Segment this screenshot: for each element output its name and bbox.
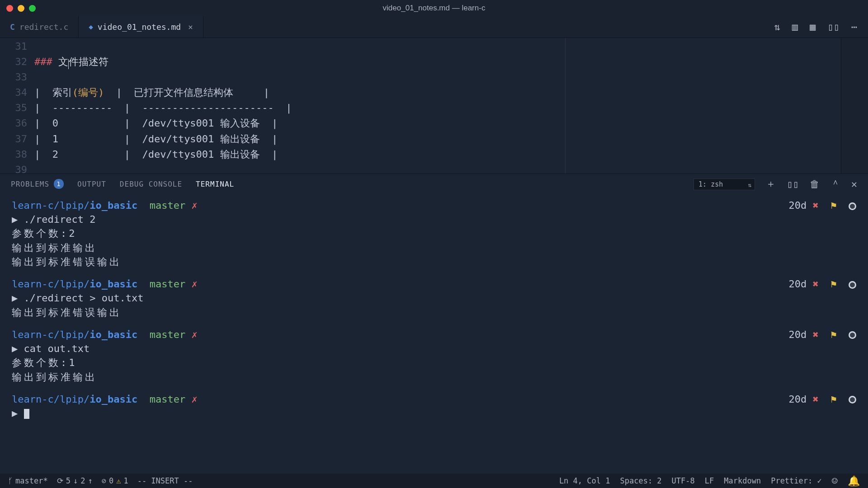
kill-terminal-icon[interactable]: 🗑 bbox=[810, 178, 820, 190]
tab-label: video_01_notes.md bbox=[98, 22, 181, 32]
more-actions-icon[interactable]: ⋯ bbox=[851, 21, 857, 33]
sync-status[interactable]: ⟳ 5↓ 2↑ bbox=[57, 476, 93, 485]
markdown-file-icon: ◆ bbox=[89, 23, 93, 31]
tab-video-01-notes[interactable]: ◆ video_01_notes.md × bbox=[79, 16, 203, 38]
open-preview-icon[interactable]: ▦ bbox=[810, 21, 816, 33]
eol[interactable]: LF bbox=[705, 476, 714, 485]
tab-terminal[interactable]: TERMINAL bbox=[196, 180, 234, 188]
line-gutter: 313233343536373839 bbox=[0, 38, 34, 174]
tab-redirect-c[interactable]: C redirect.c bbox=[0, 16, 79, 38]
editor-tab-bar: C redirect.c ◆ video_01_notes.md × ⇅ ▥ ▦… bbox=[0, 16, 868, 38]
c-file-icon: C bbox=[10, 22, 15, 32]
ruler bbox=[565, 38, 566, 174]
minimap[interactable] bbox=[841, 38, 868, 174]
editor-actions: ⇅ ▥ ▦ ▯▯ ⋯ bbox=[774, 16, 868, 38]
split-editor-icon[interactable]: ▯▯ bbox=[827, 21, 840, 33]
terminal[interactable]: learn-c/lpip/io_basic master ✗20d ✖ ⚑ ▶ … bbox=[0, 194, 868, 474]
bottom-panel: PROBLEMS 1 OUTPUT DEBUG CONSOLE TERMINAL… bbox=[0, 174, 868, 474]
new-terminal-icon[interactable]: ＋ bbox=[766, 177, 776, 191]
editor-mode: -- INSERT -- bbox=[137, 476, 193, 485]
tab-output[interactable]: OUTPUT bbox=[77, 180, 106, 188]
titlebar: video_01_notes.md — learn-c bbox=[0, 0, 868, 16]
feedback-icon[interactable]: ☺ bbox=[832, 475, 838, 487]
tab-debug-console[interactable]: DEBUG CONSOLE bbox=[120, 180, 182, 188]
split-terminal-icon[interactable]: ▯▯ bbox=[787, 178, 799, 190]
language-mode[interactable]: Markdown bbox=[724, 476, 761, 485]
compare-icon[interactable]: ⇅ bbox=[774, 21, 780, 33]
window-title: video_01_notes.md — learn-c bbox=[0, 4, 868, 13]
prettier-status[interactable]: Prettier: ✓ bbox=[771, 476, 822, 485]
close-panel-icon[interactable]: ✕ bbox=[851, 178, 857, 190]
tab-problems[interactable]: PROBLEMS 1 bbox=[11, 179, 64, 189]
status-bar: ᚶ master* ⟳ 5↓ 2↑ ⊘ 0 ⚠ 1 -- INSERT -- L… bbox=[0, 474, 868, 488]
diagnostics[interactable]: ⊘ 0 ⚠ 1 bbox=[102, 476, 128, 485]
editor[interactable]: 313233343536373839 ### 文件描述符 | 索引(编号) | … bbox=[0, 38, 868, 174]
encoding[interactable]: UTF-8 bbox=[672, 476, 695, 485]
maximize-window-icon[interactable] bbox=[29, 5, 36, 12]
problems-badge: 1 bbox=[54, 179, 64, 189]
window-controls bbox=[6, 5, 36, 12]
code-area[interactable]: ### 文件描述符 | 索引(编号) | 已打开文件信息结构体 || -----… bbox=[34, 38, 292, 174]
cursor-pos[interactable]: Ln 4, Col 1 bbox=[559, 476, 610, 485]
bell-icon[interactable]: 🔔 bbox=[848, 475, 860, 487]
terminal-select[interactable]: 1: zsh bbox=[693, 178, 755, 190]
indent[interactable]: Spaces: 2 bbox=[620, 476, 661, 485]
branch-status[interactable]: ᚶ master* bbox=[8, 476, 48, 485]
preview-side-icon[interactable]: ▥ bbox=[792, 21, 798, 33]
close-icon[interactable]: × bbox=[188, 22, 193, 32]
tab-label: redirect.c bbox=[19, 22, 68, 32]
close-window-icon[interactable] bbox=[6, 5, 13, 12]
maximize-panel-icon[interactable]: ＾ bbox=[830, 177, 840, 191]
minimize-window-icon[interactable] bbox=[18, 5, 24, 12]
